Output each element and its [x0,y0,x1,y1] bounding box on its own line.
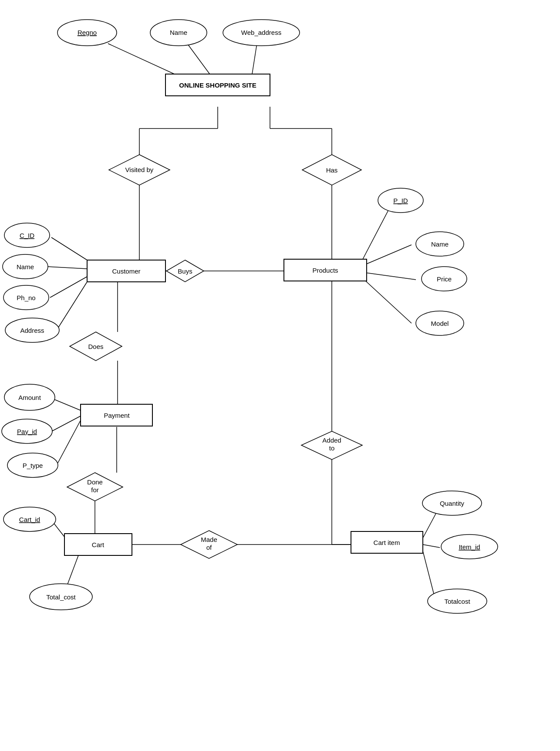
entity-cart-label: Cart [92,541,105,548]
attr-regno-label: Regno [78,29,97,36]
attr-phno-label: Ph_no [17,294,35,301]
attr-cid-label: C_ID [20,232,34,239]
svg-line-27 [50,277,87,298]
attr-web-address-label: Web_address [241,29,281,36]
entity-payment-label: Payment [104,412,130,419]
attr-price-label: Price [437,275,452,283]
rel-made-of-label: Made [201,536,217,543]
attr-model-label: Model [431,320,449,327]
attr-cartid-label: Cart_id [19,516,40,523]
svg-line-33 [52,399,81,410]
rel-visited-by-label: Visited by [125,166,154,173]
entity-online-shopping-label: ONLINE SHOPPING SITE [179,81,256,89]
rel-added-to-label2: to [329,444,335,452]
attr-pname-label: Name [431,240,449,248]
svg-line-30 [362,245,412,266]
er-diagram: ONLINE SHOPPING SITE Customer Products P… [0,0,560,751]
attr-cname-label: Name [17,263,34,271]
entity-customer-label: Customer [112,267,140,275]
attr-ptype-label: P_type [23,462,43,469]
attr-payid-label: Pay_id [17,428,37,435]
attr-pid-label: P_ID [393,197,408,204]
svg-line-28 [57,282,87,330]
rel-made-of-label2: of [206,544,212,551]
attr-itemid-label: Item_id [459,543,480,551]
svg-line-40 [423,551,435,600]
rel-has-label: Has [326,166,338,174]
rel-done-for-label2: for [91,486,99,494]
svg-line-31 [362,272,416,280]
attr-totalcost-cart-label: Total_cost [46,593,76,601]
attr-address-label: Address [20,327,44,334]
rel-added-to-label: Added [322,436,341,444]
attr-totalcost-item-label: Totalcost [444,598,470,605]
entity-products-label: Products [312,267,338,274]
attr-name-site-label: Name [170,29,187,36]
rel-buys-label: Buys [178,267,192,275]
svg-line-26 [47,267,87,269]
svg-line-32 [362,278,412,323]
entity-cart-item-label: Cart item [374,539,400,546]
svg-line-39 [423,545,440,548]
rel-does-label: Does [88,343,103,350]
attr-amount-label: Amount [18,394,41,401]
svg-line-34 [50,416,81,432]
svg-line-29 [362,203,392,260]
svg-line-25 [51,237,87,260]
attr-quantity-label: Quantity [440,500,464,507]
rel-done-for-label: Done [87,478,103,486]
